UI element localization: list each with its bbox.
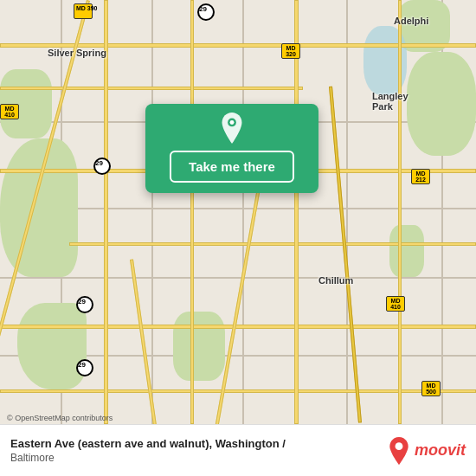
road-h5 [0,325,476,329]
badge-us29-mid: 29 [93,158,111,175]
svg-point-2 [396,442,403,450]
label-adelphi: Adelphi [394,16,428,26]
moovit-brand-text: moovit [415,441,466,460]
location-info: Eastern Ave (eastern ave and walnut), Wa… [10,437,378,464]
location-subtitle: Baltimore [10,452,378,464]
badge-md390: MD 390 [74,3,93,19]
map-container: Silver Spring Adelphi LangleyPark Chillu… [0,0,476,424]
osm-attribution: © OpenStreetMap contributors [7,414,113,422]
road-v3 [294,0,299,424]
park-area-3 [407,52,476,156]
road-v4 [398,0,402,424]
road-minor-v2 [151,0,153,424]
badge-us29-bottom: 29 [76,359,93,376]
road-v2 [190,0,194,424]
road-minor-v4 [346,0,348,424]
moovit-pin-icon [387,437,411,465]
badge-us29-lower: 29 [76,296,93,313]
take-me-there-button[interactable]: Take me there [170,151,294,183]
badge-md500: MD 500 [421,381,441,396]
road-minor-h3 [0,277,476,279]
park-area-6 [173,312,225,381]
park-area-5 [17,303,87,389]
badge-md410-left: MD 410 [0,104,19,119]
park-area [0,138,78,277]
road-h4 [69,242,476,246]
popup-card: Take me there [145,104,318,193]
park-area-7 [389,225,424,277]
label-silver-spring: Silver Spring [48,48,106,58]
badge-md410-right: MD 410 [386,296,405,312]
road-minor-v3 [242,0,244,424]
road-h2 [0,87,303,90]
badge-md212: MD 212 [411,169,430,184]
moovit-logo: moovit [387,437,466,465]
label-langley-park: LangleyPark [372,91,408,112]
road-v1 [104,0,108,424]
label-chillum: Chillum [318,275,353,286]
svg-point-1 [230,120,235,125]
badge-md320: MD 320 [281,43,300,59]
badge-us29-top: 29 [197,3,215,21]
road-h6 [0,389,476,393]
location-pin-icon [216,113,248,144]
bottom-bar: Eastern Ave (eastern ave and walnut), Wa… [0,424,476,476]
location-title: Eastern Ave (eastern ave and walnut), Wa… [10,437,378,452]
